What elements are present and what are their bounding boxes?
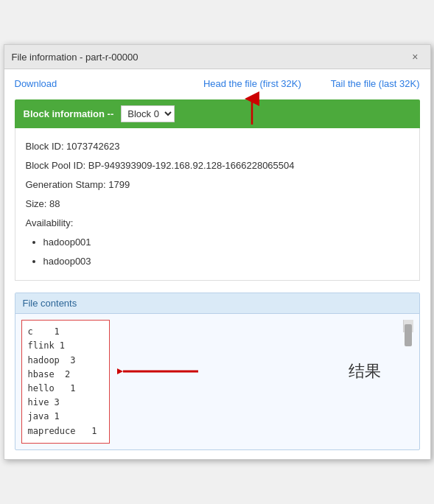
block-select[interactable]: Block 0 — [121, 105, 175, 122]
block-pool-id: Block Pool ID: BP-949393909-192.168.92.1… — [26, 156, 409, 175]
block-info-header: Block information -- Block 0 — [15, 99, 420, 128]
generation-stamp: Generation Stamp: 1799 — [26, 175, 409, 195]
close-button[interactable]: × — [407, 49, 422, 64]
block-info-label: Block information -- — [24, 108, 114, 119]
annotation-area: 结果 — [110, 320, 403, 423]
scroll-thumb[interactable] — [405, 324, 412, 346]
block-info-section: Block information -- Block 0 Block ID: 1… — [15, 99, 420, 281]
file-text-content: c 1 flink 1 hadoop 3 hbase 2 hello 1 hiv… — [21, 320, 110, 444]
scrollbar[interactable]: ▼ — [403, 320, 413, 332]
file-contents-header: File contents — [15, 293, 419, 314]
block-id: Block ID: 1073742623 — [26, 137, 409, 156]
head-arrow-annotation — [237, 91, 267, 128]
availability-list: hadoop001 hadoop003 — [43, 233, 409, 271]
head-file-link[interactable]: Head the file (first 32K) — [203, 78, 301, 89]
dialog-window: File information - part-r-00000 × Downlo… — [4, 44, 431, 460]
action-links: Download Head the file (first 32K) Tail … — [15, 78, 420, 89]
result-arrow — [117, 357, 206, 386]
list-item: hadoop001 — [43, 233, 409, 252]
download-link[interactable]: Download — [15, 78, 57, 89]
block-size: Size: 88 — [26, 195, 409, 214]
dialog-title-bar: File information - part-r-00000 × — [4, 45, 430, 69]
result-label: 结果 — [349, 360, 381, 382]
dialog-title: File information - part-r-00000 — [12, 52, 139, 63]
block-info-body: Block ID: 1073742623 Block Pool ID: BP-9… — [15, 128, 420, 281]
dialog-body: Download Head the file (first 32K) Tail … — [4, 69, 430, 459]
list-item: hadoop003 — [43, 252, 409, 271]
tail-file-link[interactable]: Tail the file (last 32K) — [331, 78, 420, 89]
file-contents-body: c 1 flink 1 hadoop 3 hbase 2 hello 1 hiv… — [15, 314, 419, 449]
availability-label: Availability: — [26, 214, 409, 233]
file-contents-section: File contents c 1 flink 1 hadoop 3 hbase… — [15, 293, 420, 450]
